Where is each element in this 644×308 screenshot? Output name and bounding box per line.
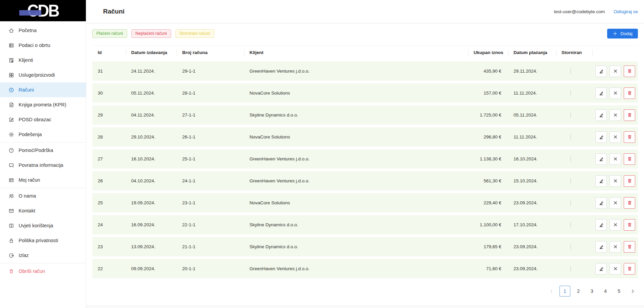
cancelled-radio[interactable]: [570, 68, 571, 74]
page-button[interactable]: 5: [614, 286, 624, 297]
cell-id: 31: [92, 69, 126, 74]
cancelled-radio[interactable]: [570, 112, 571, 118]
filter-stornirani-racuni[interactable]: Stornirani računi: [175, 29, 214, 38]
delete-invoice-button[interactable]: [624, 175, 635, 187]
topbar-right: test-user@codebyte.com Odlogiraj se: [554, 9, 638, 14]
sidebar-item-knjiga-prometa[interactable]: Knjiga prometa (KPR): [0, 97, 86, 112]
cell-actions: [592, 219, 638, 231]
cancel-invoice-button[interactable]: [610, 87, 621, 99]
cancelled-radio[interactable]: [570, 222, 571, 228]
cell-number: 26-1-1: [177, 134, 244, 139]
logout-icon: [8, 253, 14, 258]
edit-invoice-button[interactable]: [595, 153, 607, 165]
sidebar-item-o-nama[interactable]: O nama: [0, 188, 86, 203]
cell-client: NovaCore Solutions: [244, 200, 468, 205]
next-page-button[interactable]: [627, 286, 638, 297]
sidebar-item-pomoc-podrska[interactable]: ?Pomoć/Podrška: [0, 143, 86, 158]
sidebar-item-label: Povratna informacija: [19, 162, 63, 168]
logout-link[interactable]: Odlogiraj se: [614, 9, 638, 14]
sidebar-item-podaci-o-obrtu[interactable]: Podaci o obrtu: [0, 38, 86, 53]
edit-invoice-button[interactable]: [595, 66, 607, 77]
column-header-Id: Id: [92, 46, 126, 59]
cancel-invoice-button[interactable]: [610, 109, 621, 121]
cell-number: 20-1-1: [177, 266, 244, 271]
edit-invoice-button[interactable]: [595, 241, 607, 253]
sidebar-item-pocetna[interactable]: Početna: [0, 23, 86, 38]
cancelled-radio[interactable]: [570, 266, 571, 272]
sidebar-item-label: O nama: [19, 193, 36, 199]
prev-page-button[interactable]: [546, 286, 557, 297]
sidebar-item-izlaz[interactable]: Izlaz: [0, 248, 86, 263]
sidebar-item-obrisi-racun[interactable]: Obriši račun: [0, 264, 86, 279]
cancel-invoice-button[interactable]: [610, 241, 621, 253]
delete-invoice-button[interactable]: [624, 66, 635, 77]
edit-invoice-button[interactable]: [595, 263, 607, 275]
page-button[interactable]: 4: [600, 286, 611, 297]
sidebar-item-politika-privatnosti[interactable]: Politika privatnosti: [0, 233, 86, 248]
sidebar-item-usluge-proizvodi[interactable]: Usluge/proizvodi: [0, 68, 86, 82]
cancelled-radio[interactable]: [570, 178, 571, 184]
sidebar-item-klijenti[interactable]: Klijenti: [0, 53, 86, 68]
cell-id: 25: [92, 200, 126, 205]
delete-invoice-button[interactable]: [624, 197, 635, 209]
pagination: 12345: [92, 286, 638, 297]
edit-invoice-button[interactable]: [595, 109, 607, 121]
delete-invoice-button[interactable]: [624, 219, 635, 231]
delete-invoice-button[interactable]: [624, 87, 635, 99]
filter-neplaceni-racuni[interactable]: Neplaćeni računi: [132, 29, 171, 38]
edit-invoice-button[interactable]: [595, 197, 607, 209]
sidebar-item-uvjeti-koristenja[interactable]: Uvjeti korištenja: [0, 218, 86, 233]
cell-paid: 11.11.2024.: [508, 91, 556, 96]
cancel-invoice-button[interactable]: [610, 197, 621, 209]
cell-issued: 24.11.2024.: [126, 69, 177, 74]
sidebar-item-label: Izlaz: [19, 253, 29, 258]
cancelled-radio[interactable]: [570, 200, 571, 206]
page-button[interactable]: 2: [573, 286, 584, 297]
cancelled-radio[interactable]: [570, 244, 571, 250]
cancel-invoice-button[interactable]: [610, 131, 621, 143]
cancel-invoice-button[interactable]: [610, 175, 621, 187]
cancel-invoice-button[interactable]: [610, 219, 621, 231]
cell-paid: 23.09.2024.: [508, 200, 556, 205]
sidebar-item-racuni[interactable]: €Računi: [0, 82, 86, 97]
sidebar-item-label: Pomoć/Podrška: [19, 148, 53, 153]
cell-actions: [592, 241, 638, 253]
sidebar-item-povratna-informacija[interactable]: Povratna informacija: [0, 158, 86, 173]
cell-id: 24: [92, 222, 126, 227]
delete-invoice-button[interactable]: [624, 241, 635, 253]
svg-text:?: ?: [10, 149, 12, 152]
sidebar-item-kontakt[interactable]: Kontakt: [0, 203, 86, 218]
delete-invoice-button[interactable]: [624, 153, 635, 165]
filter-placeni-racuni[interactable]: Plaćeni računi: [92, 29, 127, 38]
add-invoice-button[interactable]: Dodaj: [607, 29, 638, 38]
delete-invoice-button[interactable]: [624, 131, 635, 143]
sidebar-item-posd-obrazac[interactable]: POSD obrazac: [0, 112, 86, 127]
cancelled-radio[interactable]: [570, 156, 571, 162]
cancel-invoice-button[interactable]: [610, 263, 621, 275]
invoices-table: IdDatum izdavanjaBroj računaKlijentUkupa…: [92, 45, 638, 278]
cell-client: GreenHaven Ventures j.d.o.o.: [244, 266, 468, 271]
delete-invoice-button[interactable]: [624, 109, 635, 121]
filter-badges: Plaćeni računiNeplaćeni računiStornirani…: [92, 29, 214, 38]
edit-invoice-button[interactable]: [595, 131, 607, 143]
cancelled-radio[interactable]: [570, 134, 571, 140]
edit-invoice-button[interactable]: [595, 219, 607, 231]
delete-invoice-button[interactable]: [624, 263, 635, 275]
trash-icon: [627, 112, 633, 118]
cell-number: 29-1-1: [177, 69, 244, 74]
cell-paid: 05.11.2024.: [508, 112, 556, 118]
clients-icon: [8, 57, 14, 63]
cancel-invoice-button[interactable]: [610, 66, 621, 77]
chevron-left-icon: [549, 289, 554, 294]
page-button[interactable]: 1: [559, 286, 570, 297]
sidebar-item-moj-racun[interactable]: Moj račun: [0, 173, 86, 187]
cancel-invoice-button[interactable]: [610, 153, 621, 165]
cancelled-radio[interactable]: [570, 90, 571, 96]
sidebar-item-podesenja[interactable]: Podešenja: [0, 127, 86, 142]
edit-invoice-button[interactable]: [595, 87, 607, 99]
edit-invoice-button[interactable]: [595, 175, 607, 187]
cell-actions: [592, 175, 638, 187]
x-icon: [613, 244, 618, 250]
page-button[interactable]: 3: [587, 286, 597, 297]
pencil-icon: [598, 134, 604, 140]
